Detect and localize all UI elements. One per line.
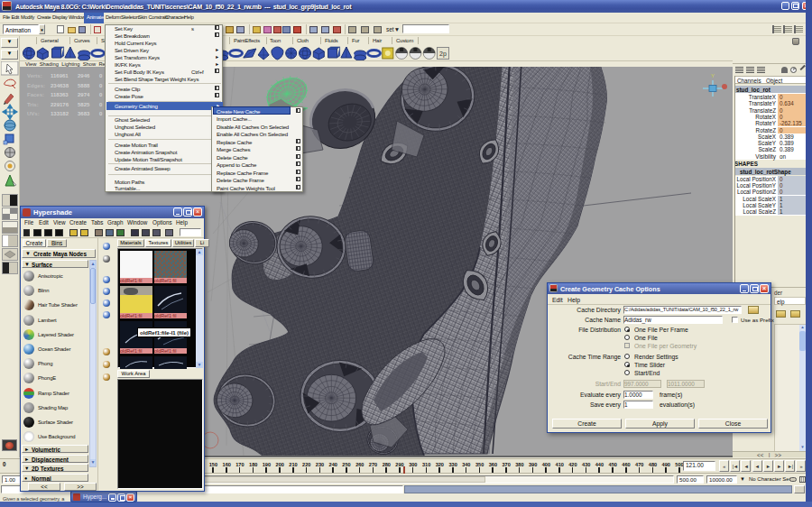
svg-text:5888: 5888 (78, 83, 90, 88)
svg-text:UVs:: UVs: (27, 111, 40, 116)
svg-text:5825: 5825 (78, 102, 90, 107)
svg-text:2946: 2946 (78, 73, 90, 78)
svg-text:3683: 3683 (78, 111, 90, 116)
svg-text:2p: 2p (439, 51, 447, 58)
svg-text:133182: 133182 (51, 111, 69, 116)
svg-text:Verts:: Verts: (27, 73, 42, 78)
svg-text:234638: 234638 (51, 83, 69, 88)
svg-text:Edges:: Edges: (27, 83, 45, 88)
svg-text:2974: 2974 (78, 92, 90, 97)
svg-text:Y: Y (711, 73, 715, 78)
svg-text:Faces:: Faces: (27, 92, 44, 97)
svg-text:229176: 229176 (51, 102, 69, 107)
svg-text:118363: 118363 (51, 92, 69, 97)
svg-text:Tris:: Tris: (27, 102, 39, 107)
svg-text:116961: 116961 (51, 73, 69, 78)
